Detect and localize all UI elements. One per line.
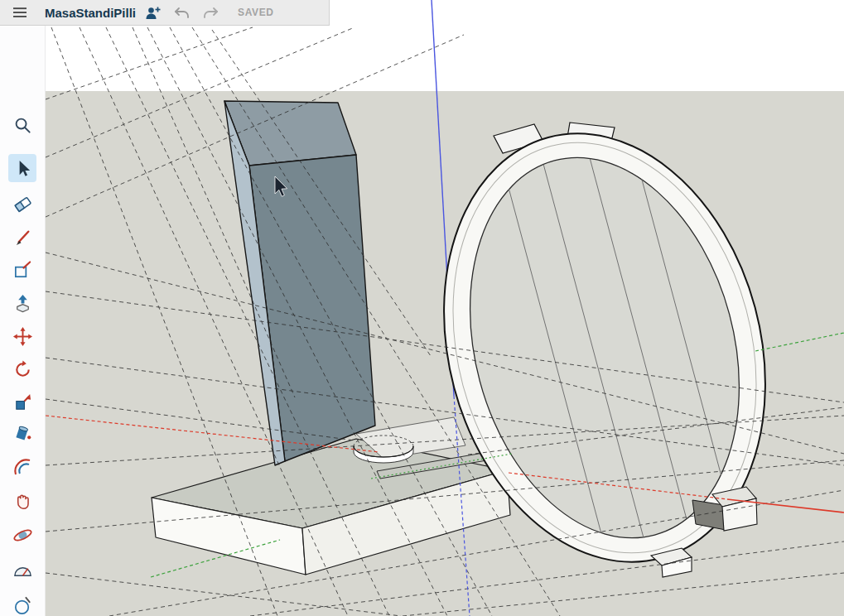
undo-icon [173, 5, 191, 21]
pencil-icon [12, 227, 33, 248]
tool-eraser[interactable] [8, 190, 36, 218]
share-button[interactable] [142, 3, 163, 22]
eraser-icon [12, 194, 33, 214]
tool-arc[interactable] [8, 591, 36, 616]
viewport-canvas[interactable] [0, 0, 844, 616]
rotate-icon [12, 359, 33, 380]
tool-select[interactable] [8, 154, 36, 182]
document-title[interactable]: MasaStandiPilli [45, 6, 136, 20]
top-toolbar: MasaStandiPilli SAVED [0, 0, 330, 26]
save-status: SAVED [238, 7, 273, 18]
tool-rotate[interactable] [8, 355, 36, 383]
tool-move[interactable] [8, 322, 36, 350]
compass-icon [12, 595, 33, 616]
tool-push-pull[interactable] [8, 289, 36, 317]
add-collaborator-icon [144, 5, 162, 21]
push-pull-icon [12, 293, 33, 314]
tool-tape-measure[interactable] [8, 556, 36, 585]
tool-sidebar [0, 26, 46, 616]
menu-button[interactable] [10, 2, 30, 22]
tool-scale[interactable] [8, 388, 36, 416]
tool-orbit[interactable] [8, 521, 36, 549]
move-arrows-icon [12, 326, 33, 347]
paint-bucket-icon [12, 424, 33, 445]
magnifier-icon [12, 115, 33, 136]
tool-offset[interactable] [8, 453, 36, 481]
tool-search[interactable] [8, 111, 36, 139]
tool-pan[interactable] [8, 487, 36, 515]
offset-icon [12, 457, 33, 478]
tool-line[interactable] [8, 223, 36, 251]
tool-paint[interactable] [8, 420, 36, 448]
scale-icon [12, 392, 33, 413]
orbit-icon [12, 525, 33, 546]
select-arrow-icon [12, 158, 33, 179]
hamburger-icon [12, 4, 28, 21]
pan-hand-icon [12, 491, 33, 512]
redo-button[interactable] [200, 3, 221, 22]
undo-button[interactable] [171, 3, 192, 22]
protractor-icon [12, 561, 33, 581]
rectangle-icon [12, 260, 33, 281]
tool-shapes[interactable] [8, 256, 36, 284]
redo-icon [202, 5, 219, 21]
